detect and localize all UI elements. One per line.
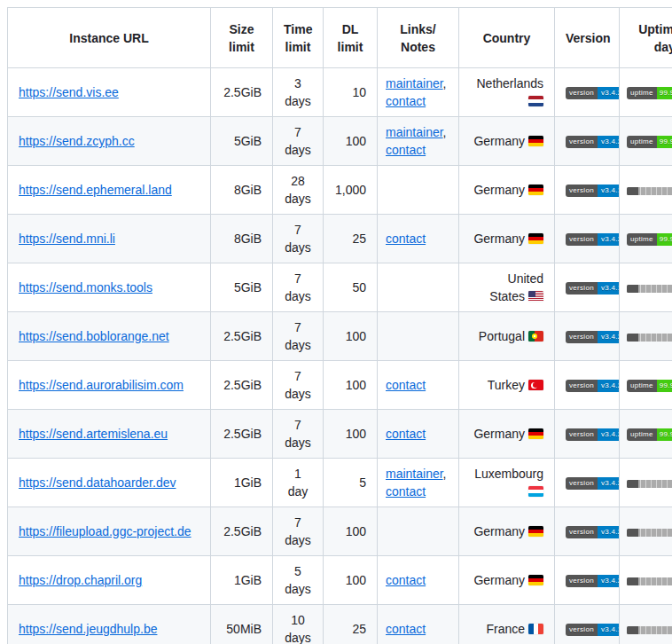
uptime-unavailable-badge <box>627 577 672 585</box>
uptime-unavailable-badge-right <box>638 187 672 195</box>
instance-url-cell: https://send.jeugdhulp.be <box>8 605 211 644</box>
uptime-unavailable-badge <box>627 529 672 537</box>
time-limit-cell: 7 days <box>273 410 324 459</box>
links-notes-cell <box>378 507 459 556</box>
instance-url-link[interactable]: https://send.artemislena.eu <box>19 427 168 441</box>
uptime-unavailable-badge <box>627 626 672 634</box>
version-badge-value: v3.4.23 <box>598 380 620 392</box>
instance-url-link[interactable]: https://drop.chapril.org <box>19 573 142 587</box>
de-flag-icon <box>528 233 543 244</box>
version-badge-label: version <box>566 624 598 636</box>
dl-limit-cell: 50 <box>324 263 378 312</box>
links-notes-cell: contact <box>378 410 459 459</box>
instance-url-link[interactable]: https://send.datahoarder.dev <box>19 475 176 490</box>
version-badge-value: v3.4.22 <box>598 136 620 148</box>
version-cell: versionv3.4.14 <box>555 166 620 215</box>
time-limit-cell: 3 days <box>273 68 324 117</box>
instance-url-link[interactable]: https://send.ephemeral.land <box>19 183 172 197</box>
country-name: Germany <box>473 232 525 246</box>
uptime-badge-label: uptime <box>627 233 657 246</box>
version-badge-label: version <box>566 380 598 392</box>
instance-url-cell: https://fileupload.ggc-project.de <box>8 507 211 556</box>
instance-url-cell: https://send.zcyph.cc <box>8 117 211 166</box>
country-cell: Germany <box>459 166 555 215</box>
country-cell: Germany <box>459 215 555 263</box>
size-limit-cell: 1GiB <box>211 556 273 605</box>
time-limit-cell: 7 days <box>273 361 324 410</box>
uptime-cell: uptime99.97 <box>620 361 672 410</box>
links-notes-cell: contact <box>378 215 459 263</box>
instance-url-link[interactable]: https://send.mni.li <box>19 232 115 246</box>
links-notes-cell: contact <box>378 361 459 410</box>
links-notes-cell <box>378 263 459 312</box>
uptime-unavailable-badge-left <box>627 626 638 634</box>
time-limit-cell: 28 days <box>273 166 324 215</box>
dl-limit-cell: 25 <box>324 605 378 644</box>
country-cell: Netherlands <box>459 68 555 117</box>
uptime-cell <box>620 263 672 312</box>
maintainer-link[interactable]: maintainer <box>386 467 443 481</box>
instance-url-link[interactable]: https://send.monks.tools <box>19 280 152 295</box>
contact-link[interactable]: contact <box>386 143 426 157</box>
version-badge-value: v3.4.23 <box>598 331 620 343</box>
contact-link[interactable]: contact <box>386 94 426 108</box>
contact-link[interactable]: contact <box>386 378 426 392</box>
dl-limit-cell: 100 <box>324 117 378 166</box>
size-limit-cell: 50MiB <box>211 605 273 644</box>
version-badge-label: version <box>566 185 598 197</box>
uptime-unavailable-badge-right <box>638 480 672 488</box>
contact-link[interactable]: contact <box>386 427 426 441</box>
instance-url-link[interactable]: https://send.vis.ee <box>19 85 119 99</box>
instance-url-link[interactable]: https://send.jeugdhulp.be <box>19 622 157 636</box>
version-badge-label: version <box>566 428 598 441</box>
table-row: https://fileupload.ggc-project.de2.5GiB7… <box>8 507 672 556</box>
instance-url-cell: https://send.boblorange.net <box>8 312 211 361</box>
maintainer-link[interactable]: maintainer <box>386 125 443 139</box>
version-badge-value: v3.4.23 <box>598 428 620 441</box>
instance-url-link[interactable]: https://fileupload.ggc-project.de <box>19 524 191 538</box>
dl-limit-cell: 100 <box>324 507 378 556</box>
table-row: https://send.boblorange.net2.5GiB7 days1… <box>8 312 672 361</box>
contact-link[interactable]: contact <box>386 232 426 246</box>
instance-url-link[interactable]: https://send.zcyph.cc <box>19 134 135 148</box>
version-badge: versionv3.4.23 <box>566 380 620 392</box>
version-badge: versionv3.4.14 <box>566 185 620 197</box>
uptime-unavailable-badge-left <box>627 285 638 293</box>
size-limit-cell: 2.5GiB <box>211 410 273 459</box>
country-cell: Portugal <box>459 312 555 361</box>
version-cell: versionv3.4.23 <box>555 215 620 263</box>
uptime-unavailable-badge-left <box>627 480 638 488</box>
contact-link[interactable]: contact <box>386 622 426 636</box>
contact-link[interactable]: contact <box>386 484 426 499</box>
version-cell: versionv3.4.23 <box>555 410 620 459</box>
uptime-unavailable-badge-right <box>638 285 672 293</box>
version-badge: versionv3.4.23 <box>566 233 620 246</box>
version-badge: versionv3.4.23 <box>566 428 620 441</box>
version-badge-label: version <box>566 526 598 538</box>
readme-page: Instance URL Size limit Time limit DL li… <box>0 0 672 644</box>
uptime-badge-label: uptime <box>627 136 657 148</box>
instance-url-link[interactable]: https://send.boblorange.net <box>19 329 169 343</box>
maintainer-link[interactable]: maintainer <box>386 76 443 90</box>
instance-url-cell: https://send.mni.li <box>8 215 211 263</box>
contact-link[interactable]: contact <box>386 573 426 587</box>
instance-url-link[interactable]: https://send.aurorabilisim.com <box>19 378 184 392</box>
version-cell: versionv3.4.23 <box>555 312 620 361</box>
time-limit-cell: 10 days <box>273 605 324 644</box>
instance-url-cell: https://send.monks.tools <box>8 263 211 312</box>
links-notes-cell <box>378 166 459 215</box>
size-limit-cell: 5GiB <box>211 263 273 312</box>
table-row: https://send.mni.li8GiB7 days25contactGe… <box>8 215 672 263</box>
version-badge: versionv3.4.23 <box>566 331 620 343</box>
version-cell: versionv3.4.23 <box>555 361 620 410</box>
uptime-unavailable-badge-left <box>627 577 638 585</box>
uptime-cell <box>620 605 672 644</box>
version-cell: versionv3.4.23 <box>555 459 620 507</box>
table-row: https://send.vis.ee2.5GiB3 days10maintai… <box>8 68 672 117</box>
country-name: Germany <box>473 134 525 148</box>
version-cell: versionv3.4.23 <box>555 556 620 605</box>
size-limit-cell: 8GiB <box>211 166 273 215</box>
version-cell: versionv3.4.14 <box>555 263 620 312</box>
dl-limit-cell: 100 <box>324 410 378 459</box>
uptime-unavailable-badge-left <box>627 529 638 537</box>
